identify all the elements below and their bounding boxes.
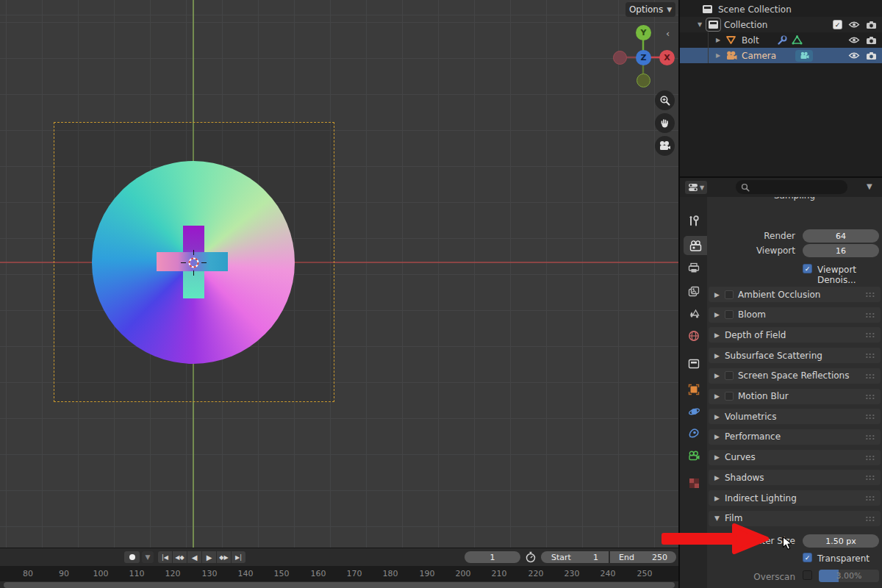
- drag-grip-icon[interactable]: [865, 312, 875, 318]
- gizmo-x-axis[interactable]: X: [659, 50, 675, 65]
- record-button[interactable]: [124, 551, 140, 563]
- panel-motion-blur[interactable]: ▶ Motion Blur: [709, 389, 881, 404]
- drag-grip-icon[interactable]: [865, 475, 875, 480]
- tab-collection-properties[interactable]: [684, 354, 703, 373]
- drag-grip-icon[interactable]: [865, 455, 875, 460]
- pan-button[interactable]: [655, 113, 675, 133]
- tab-object[interactable]: [684, 380, 703, 399]
- timeline-scrollbar[interactable]: [0, 581, 678, 588]
- panel-screen-space-reflections[interactable]: ▶ Screen Space Reflections: [709, 368, 881, 384]
- filter-size-field[interactable]: 1.50 px: [803, 534, 879, 548]
- transparent-label: Transparent: [817, 553, 870, 564]
- editor-type-switcher[interactable]: ▼: [685, 181, 707, 194]
- jump-to-start-button[interactable]: |◀: [158, 551, 172, 563]
- tool-icon: [688, 215, 700, 227]
- tab-tool[interactable]: [684, 212, 703, 231]
- gizmo-y-axis[interactable]: Y: [636, 25, 651, 40]
- record-options-chevron[interactable]: ▼: [142, 551, 154, 563]
- drag-grip-icon[interactable]: [865, 434, 875, 440]
- render-samples-field[interactable]: 64: [803, 229, 879, 243]
- start-frame-field[interactable]: Start 1: [541, 551, 609, 563]
- panel-volumetrics[interactable]: ▶ Volumetrics: [709, 409, 881, 424]
- panel-subsurface-scattering[interactable]: ▶ Subsurface Scattering: [709, 348, 881, 363]
- camera-object-icon: [725, 51, 737, 60]
- header-options-chevron[interactable]: ▼: [867, 182, 872, 190]
- prev-keyframe-button[interactable]: ◀◆: [173, 551, 187, 563]
- chevron-right-icon: ▶: [714, 311, 720, 318]
- zoom-button[interactable]: [655, 90, 675, 110]
- properties-editor-icon: [688, 183, 698, 192]
- sidebar-collapse-icon[interactable]: ‹: [666, 28, 670, 39]
- frame-tick: 250: [637, 569, 653, 578]
- jump-to-end-button[interactable]: ▶|: [232, 551, 245, 563]
- properties-search-input[interactable]: [736, 180, 847, 194]
- gizmo-z-axis[interactable]: Z: [636, 50, 651, 65]
- drag-grip-icon[interactable]: [865, 394, 875, 399]
- options-dropdown[interactable]: Options ▼: [625, 2, 675, 17]
- camera-visibility-icon[interactable]: [866, 21, 877, 29]
- disclosure-expanded-icon[interactable]: ▼: [696, 21, 703, 28]
- movie-camera-icon: [659, 140, 671, 151]
- drag-grip-icon[interactable]: [865, 292, 875, 297]
- tab-world[interactable]: [684, 326, 703, 345]
- panel-checkbox[interactable]: [725, 392, 734, 401]
- camera-data-green-icon: [688, 451, 700, 461]
- tab-output[interactable]: [684, 258, 703, 277]
- current-frame-field[interactable]: 1: [465, 551, 520, 563]
- overscan-checkbox[interactable]: [803, 570, 812, 580]
- outliner-row-collection[interactable]: ▼ Collection ✓: [680, 17, 882, 32]
- viewport-denoising-checkbox[interactable]: ✓: [803, 264, 812, 273]
- eye-icon[interactable]: [848, 21, 860, 29]
- frame-tick: 230: [564, 569, 580, 578]
- panel-checkbox[interactable]: [725, 371, 734, 380]
- drag-grip-icon[interactable]: [865, 414, 875, 419]
- drag-grip-icon[interactable]: [865, 495, 875, 501]
- tab-object-data[interactable]: [684, 446, 703, 465]
- editor-divider[interactable]: [678, 0, 680, 588]
- camera-view-button[interactable]: [655, 136, 675, 156]
- tab-constraints[interactable]: [684, 424, 703, 443]
- panel-checkbox[interactable]: [725, 290, 734, 299]
- panel-bloom[interactable]: ▶ Bloom: [709, 307, 881, 323]
- tab-physics[interactable]: [684, 402, 703, 421]
- camera-visibility-icon[interactable]: [866, 51, 877, 60]
- transparent-checkbox[interactable]: ✓: [803, 553, 812, 562]
- drag-grip-icon[interactable]: [865, 516, 875, 521]
- next-keyframe-button[interactable]: ◆▶: [217, 551, 231, 563]
- disclosure-collapsed-icon[interactable]: ▶: [714, 37, 722, 43]
- eye-icon[interactable]: [848, 51, 860, 60]
- panel-checkbox[interactable]: [725, 310, 734, 319]
- frame-ruler[interactable]: 80 90 100 110 120 130 140 150 160 170 18…: [0, 566, 678, 581]
- navigation-gizmo[interactable]: Y X Z: [612, 26, 674, 88]
- drag-grip-icon[interactable]: [865, 332, 875, 337]
- tab-view-layer[interactable]: [684, 282, 703, 301]
- 3d-viewport[interactable]: Options ▼ Y X Z: [0, 0, 678, 548]
- eye-icon[interactable]: [848, 36, 860, 44]
- panel-performance[interactable]: ▶ Performance: [709, 429, 881, 445]
- tab-texture[interactable]: [684, 473, 703, 492]
- outliner-row-scene-collection[interactable]: Scene Collection: [680, 1, 882, 17]
- play-reverse-button[interactable]: ◀: [187, 551, 201, 563]
- drag-grip-icon[interactable]: [865, 373, 875, 379]
- drag-grip-icon[interactable]: [865, 353, 875, 358]
- panel-curves[interactable]: ▶ Curves: [709, 450, 881, 465]
- panel-ambient-occlusion[interactable]: ▶ Ambient Occlusion: [709, 287, 881, 302]
- viewport-samples-field[interactable]: 16: [803, 244, 879, 257]
- camera-visibility-icon[interactable]: [866, 36, 877, 45]
- panel-depth-of-field[interactable]: ▶ Depth of Field: [709, 327, 881, 343]
- chevron-right-icon: ▶: [714, 453, 720, 461]
- timeline-scrollbar-thumb[interactable]: [4, 582, 675, 588]
- panel-shadows[interactable]: ▶ Shadows: [709, 470, 881, 485]
- tab-scene[interactable]: [684, 304, 703, 323]
- tab-render[interactable]: [684, 236, 707, 255]
- gizmo-neg-y-axis[interactable]: [637, 74, 650, 87]
- magnifier-plus-icon: [659, 95, 671, 107]
- collection-exclude-checkbox[interactable]: ✓: [833, 20, 842, 29]
- overscan-slider[interactable]: 3.00%: [819, 570, 879, 582]
- panel-indirect-lighting[interactable]: ▶ Indirect Lighting: [709, 490, 881, 506]
- gizmo-neg-x-axis[interactable]: [613, 51, 627, 65]
- outliner-row-camera[interactable]: ▶ Camera: [680, 48, 882, 63]
- outliner-row-bolt[interactable]: ▶ Bolt: [680, 32, 882, 48]
- play-button[interactable]: ▶: [202, 551, 216, 563]
- disclosure-collapsed-icon[interactable]: ▶: [714, 52, 722, 59]
